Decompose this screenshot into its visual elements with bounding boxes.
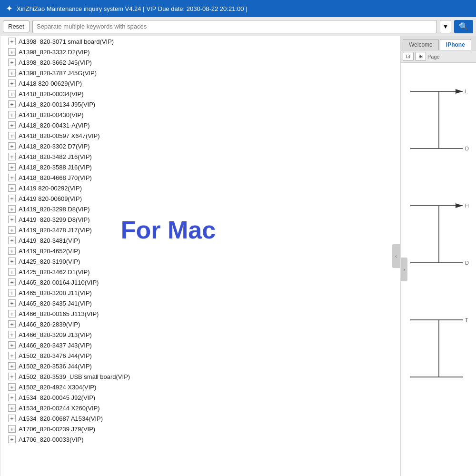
expand-icon[interactable]: + bbox=[8, 121, 16, 129]
tree-item[interactable]: +A1418_820-00431-A(VIP) bbox=[0, 120, 400, 130]
expand-icon[interactable]: + bbox=[8, 38, 16, 45]
tree-item[interactable]: +A1534_820-00687 A1534(VIP) bbox=[0, 413, 400, 424]
page-fit-page-button[interactable]: ⊞ bbox=[415, 52, 426, 61]
tree-item[interactable]: +A1534_820-00045 J92(VIP) bbox=[0, 392, 400, 403]
expand-icon[interactable]: + bbox=[8, 258, 16, 265]
svg-text:T: T bbox=[465, 317, 468, 323]
expand-icon[interactable]: + bbox=[8, 425, 16, 433]
expand-icon[interactable]: + bbox=[8, 362, 16, 370]
expand-icon[interactable]: + bbox=[8, 436, 16, 443]
tree-item[interactable]: +A1466_820-3209 J13(VIP) bbox=[0, 329, 400, 340]
expand-icon[interactable]: + bbox=[8, 268, 16, 276]
expand-icon[interactable]: + bbox=[8, 153, 16, 160]
diagram-collapse-button[interactable]: › bbox=[401, 258, 407, 281]
expand-icon[interactable]: + bbox=[8, 415, 16, 422]
tab-iphone[interactable]: iPhone bbox=[440, 39, 471, 50]
expand-icon[interactable]: + bbox=[8, 79, 16, 87]
dropdown-button[interactable]: ▼ bbox=[440, 20, 451, 33]
tree-item[interactable]: +A1425_820-3462 D1(VIP) bbox=[0, 267, 400, 277]
expand-icon[interactable]: + bbox=[8, 48, 16, 56]
reset-button[interactable]: Reset bbox=[3, 20, 30, 32]
expand-icon[interactable]: + bbox=[8, 163, 16, 171]
expand-icon[interactable]: + bbox=[8, 90, 16, 98]
expand-icon[interactable]: + bbox=[8, 320, 16, 328]
expand-icon[interactable]: + bbox=[8, 299, 16, 307]
tree-item[interactable]: +A1398_820-3787 J45G(VIP) bbox=[0, 68, 400, 78]
item-label: A1466_820-00165 J113(VIP) bbox=[19, 310, 99, 317]
expand-icon[interactable]: + bbox=[8, 184, 16, 192]
expand-icon[interactable]: + bbox=[8, 310, 16, 317]
expand-icon[interactable]: + bbox=[8, 111, 16, 119]
expand-icon[interactable]: + bbox=[8, 278, 16, 286]
tree-item[interactable]: +A1534_820-00244 X260(VIP) bbox=[0, 403, 400, 413]
tree-item[interactable]: +A1419_820-3298 D8(VIP) bbox=[0, 204, 400, 214]
expand-icon[interactable]: + bbox=[8, 216, 16, 223]
tree-item[interactable]: +A1419_820-3478 J17(VIP) bbox=[0, 225, 400, 235]
svg-text:D: D bbox=[465, 146, 469, 151]
expand-icon[interactable]: + bbox=[8, 195, 16, 202]
tree-item[interactable]: +A1502_820-3476 J44(VIP) bbox=[0, 350, 400, 361]
expand-icon[interactable]: + bbox=[8, 69, 16, 77]
tree-item[interactable]: +A1418_820-3482 J16(VIP) bbox=[0, 151, 400, 162]
tree-item[interactable]: +A1466_820-00165 J113(VIP) bbox=[0, 308, 400, 319]
item-label: A1706_820-00239 J79(VIP) bbox=[19, 426, 95, 433]
expand-icon[interactable]: + bbox=[8, 142, 16, 150]
tree-item[interactable]: +A1466_820-3437 J43(VIP) bbox=[0, 340, 400, 350]
tree-item[interactable]: +A1502_820-4924 X304(VIP) bbox=[0, 382, 400, 392]
tree-item[interactable]: +A1465_820-3208 J11(VIP) bbox=[0, 288, 400, 298]
tree-item[interactable]: +A1465_820-3435 J41(VIP) bbox=[0, 298, 400, 308]
expand-icon[interactable]: + bbox=[8, 237, 16, 244]
tree-item[interactable]: +A1418_820-3302 D7(VIP) bbox=[0, 141, 400, 151]
expand-icon[interactable]: + bbox=[8, 404, 16, 412]
tree-item[interactable]: +A1418_820-00597 X647(VIP) bbox=[0, 130, 400, 141]
tree-item[interactable]: +A1465_820-00164 J110(VIP) bbox=[0, 277, 400, 288]
tree-item[interactable]: +A1398_820-3071 small board(VIP) bbox=[0, 36, 400, 47]
tree-item[interactable]: +A1418 820-00629(VIP) bbox=[0, 78, 400, 89]
item-label: A1419_820-3299 D8(VIP) bbox=[19, 216, 90, 223]
expand-icon[interactable]: + bbox=[8, 394, 16, 401]
tree-item[interactable]: +A1425_820-3190(VIP) bbox=[0, 256, 400, 267]
item-label: A1398_820-3787 J45G(VIP) bbox=[19, 69, 97, 77]
tab-welcome[interactable]: Welcome bbox=[403, 39, 439, 50]
tree-item[interactable]: +A1502_820-3536 J44(VIP) bbox=[0, 361, 400, 371]
tabs-bar: Welcome iPhone bbox=[401, 36, 476, 50]
tree-item[interactable]: +A1419 820-00609(VIP) bbox=[0, 193, 400, 204]
content-area: For Mac +A1398_820-3071 small board(VIP)… bbox=[0, 36, 476, 476]
expand-icon[interactable]: + bbox=[8, 174, 16, 181]
item-label: A1502_820-3476 J44(VIP) bbox=[19, 352, 92, 359]
tree-item[interactable]: +A1706_820-00239 J79(VIP) bbox=[0, 424, 400, 434]
tree-item[interactable]: +A1418_820-00134 J95(VIP) bbox=[0, 99, 400, 109]
tree-item[interactable]: +A1502_820-3539_USB small board(VIP) bbox=[0, 371, 400, 382]
expand-icon[interactable]: + bbox=[8, 59, 16, 66]
expand-icon[interactable]: + bbox=[8, 247, 16, 255]
tree-item[interactable]: +A1419 820-00292(VIP) bbox=[0, 183, 400, 193]
tree-item[interactable]: +A1466_820-2839(VIP) bbox=[0, 319, 400, 329]
tree-item[interactable]: +A1419_820-4652(VIP) bbox=[0, 246, 400, 256]
expand-icon[interactable]: + bbox=[8, 289, 16, 297]
tree-item[interactable]: +A1418_820-3588 J16(VIP) bbox=[0, 162, 400, 172]
expand-icon[interactable]: + bbox=[8, 373, 16, 380]
expand-icon[interactable]: + bbox=[8, 331, 16, 338]
expand-icon[interactable]: + bbox=[8, 341, 16, 349]
tree-item[interactable]: +A1418_820-4668 J70(VIP) bbox=[0, 172, 400, 183]
expand-icon[interactable]: + bbox=[8, 132, 16, 139]
item-label: A1418 820-00629(VIP) bbox=[19, 80, 82, 87]
tree-item[interactable]: +A1398_820-3332 D2(VIP) bbox=[0, 47, 400, 57]
item-label: A1534_820-00687 A1534(VIP) bbox=[19, 415, 103, 422]
search-input[interactable] bbox=[32, 20, 437, 33]
tree-collapse-button[interactable]: ‹ bbox=[392, 244, 400, 268]
tree-item[interactable]: +A1419_820-3481(VIP) bbox=[0, 235, 400, 246]
tree-item[interactable]: +A1418_820-00430(VIP) bbox=[0, 109, 400, 120]
expand-icon[interactable]: + bbox=[8, 352, 16, 359]
search-button[interactable]: 🔍 bbox=[454, 20, 473, 33]
expand-icon[interactable]: + bbox=[8, 383, 16, 391]
expand-icon[interactable]: + bbox=[8, 205, 16, 213]
tree-item[interactable]: +A1398_820-3662 J45(VIP) bbox=[0, 57, 400, 68]
page-fit-width-button[interactable]: ⊡ bbox=[403, 52, 414, 61]
tree-panel[interactable]: For Mac +A1398_820-3071 small board(VIP)… bbox=[0, 36, 400, 476]
expand-icon[interactable]: + bbox=[8, 226, 16, 234]
tree-item[interactable]: +A1706_820-00033(VIP) bbox=[0, 434, 400, 445]
expand-icon[interactable]: + bbox=[8, 100, 16, 108]
tree-item[interactable]: +A1418_820-00034(VIP) bbox=[0, 89, 400, 99]
tree-item[interactable]: +A1419_820-3299 D8(VIP) bbox=[0, 214, 400, 225]
